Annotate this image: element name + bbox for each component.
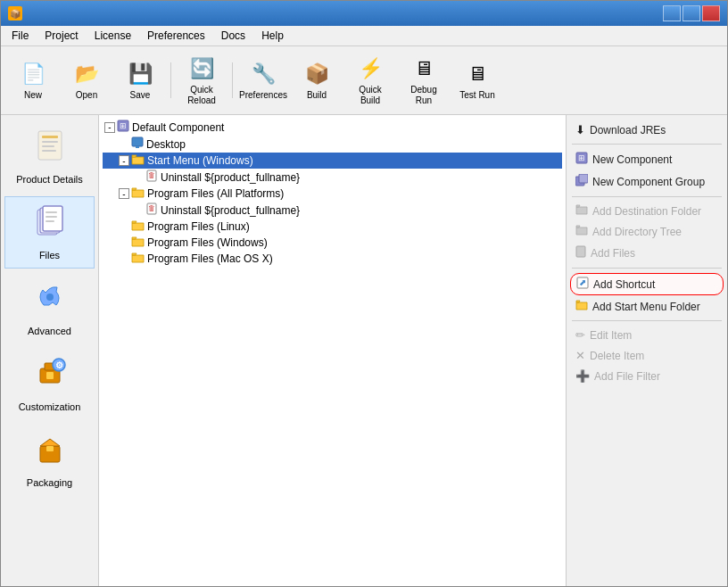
action-add-destination-folder: Add Destination Folder <box>570 202 724 220</box>
svg-rect-10 <box>46 220 54 222</box>
toolbar-separator <box>232 62 233 98</box>
packaging-label: Packaging <box>27 477 72 488</box>
svg-rect-23 <box>136 146 139 148</box>
tree-toggle-default-component[interactable]: - <box>104 122 115 133</box>
test-run-icon: 🖥 <box>463 60 492 88</box>
toolbar: 📄New📂Open💾Save🔄Quick Reload🔧Preferences📦… <box>1 46 727 115</box>
action-add-shortcut[interactable]: ⬈Add Shortcut <box>570 273 724 295</box>
tree-node-program-files-windows[interactable]: Program Files (Windows) <box>103 235 562 251</box>
open-icon: 📂 <box>72 60 101 88</box>
toolbar-btn-new[interactable]: 📄New <box>8 55 58 105</box>
action-label-add-destination-folder: Add Destination Folder <box>592 205 701 218</box>
action-icon-add-start-menu-folder <box>575 300 588 313</box>
advanced-icon <box>33 280 67 322</box>
svg-point-11 <box>46 294 54 301</box>
menu-item-help[interactable]: Help <box>254 28 291 44</box>
tree-toggle-program-files-all[interactable]: - <box>119 188 129 199</box>
svg-marker-18 <box>40 439 60 446</box>
menu-bar: FileProjectLicensePreferencesDocsHelp <box>1 26 727 46</box>
action-icon-delete-item: ✕ <box>575 349 585 362</box>
tree-toggle-start-menu-windows[interactable]: - <box>119 155 129 166</box>
tree-node-start-menu-windows[interactable]: -Start Menu (Windows) <box>103 153 562 169</box>
tree-icon-program-files-mac <box>131 252 145 266</box>
tree-icon-uninstall-start: 🗑 <box>145 169 158 185</box>
svg-rect-4 <box>42 150 56 152</box>
tree-node-program-files-mac[interactable]: Program Files (Mac OS X) <box>103 251 562 267</box>
main-content: Product Details Files Advanced ⚙ Customi… <box>1 115 727 586</box>
tree-node-program-files-all[interactable]: -Program Files (All Platforms) <box>103 186 562 202</box>
debug-run-icon: 🖥 <box>410 54 438 83</box>
svg-rect-14 <box>46 372 54 379</box>
minimize-button[interactable] <box>663 5 681 21</box>
svg-text:⚙: ⚙ <box>54 360 62 370</box>
menu-item-project[interactable]: Project <box>37 28 85 44</box>
menu-item-file[interactable]: File <box>4 28 36 44</box>
tree-node-default-component[interactable]: -⊞Default Component <box>103 119 562 136</box>
sidebar-item-advanced[interactable]: Advanced <box>4 272 95 344</box>
tree-label-uninstall-start: Uninstall ${product_fullname} <box>161 171 300 184</box>
action-icon-download-jres: ⬇ <box>575 123 585 136</box>
tree-label-uninstall-pf: Uninstall ${product_fullname} <box>161 204 300 217</box>
tree-panel[interactable]: -⊞Default ComponentDesktop-Start Menu (W… <box>99 115 567 586</box>
open-label: Open <box>76 90 97 101</box>
main-window: 📦 FileProjectLicensePreferencesDocsHelp … <box>0 0 728 587</box>
svg-text:⊞: ⊞ <box>120 121 127 130</box>
action-add-start-menu-folder[interactable]: Add Start Menu Folder <box>570 297 724 316</box>
customization-icon: ⚙ <box>33 356 67 398</box>
sidebar-item-customization[interactable]: ⚙ Customization <box>4 348 95 420</box>
action-add-directory-tree: Add Directory Tree <box>570 222 724 241</box>
action-icon-new-component: ⊞ <box>575 152 588 167</box>
toolbar-btn-debug-run[interactable]: 🖥Debug Run <box>399 50 449 111</box>
packaging-icon <box>33 432 67 474</box>
toolbar-btn-build[interactable]: 📦Build <box>292 55 342 105</box>
sidebar-item-packaging[interactable]: Packaging <box>4 424 95 496</box>
action-download-jres[interactable]: ⬇Download JREs <box>570 120 724 139</box>
toolbar-btn-save[interactable]: 💾Save <box>115 55 165 105</box>
tree-node-uninstall-pf[interactable]: 🗑Uninstall ${product_fullname} <box>103 202 562 219</box>
tree-icon-desktop <box>131 136 144 152</box>
action-label-add-shortcut: Add Shortcut <box>593 278 655 291</box>
action-icon-add-directory-tree <box>575 225 588 238</box>
action-new-component[interactable]: ⊞New Component <box>570 149 724 169</box>
svg-rect-2 <box>42 141 58 143</box>
close-button[interactable] <box>702 5 720 21</box>
tree-node-program-files-linux[interactable]: Program Files (Linux) <box>103 219 562 235</box>
tree-label-desktop: Desktop <box>146 138 186 151</box>
toolbar-btn-preferences[interactable]: 🔧Preferences <box>238 55 288 105</box>
action-label-add-files: Add Files <box>591 247 635 260</box>
test-run-label: Test Run <box>459 90 494 101</box>
action-new-component-group[interactable]: New Component Group <box>570 171 724 192</box>
menu-item-docs[interactable]: Docs <box>214 28 252 44</box>
tree-node-desktop[interactable]: Desktop <box>103 136 562 153</box>
build-icon: 📦 <box>302 60 331 88</box>
preferences-label: Preferences <box>239 90 287 101</box>
maximize-button[interactable] <box>682 5 700 21</box>
action-label-add-start-menu-folder: Add Start Menu Folder <box>592 301 700 313</box>
right-panel: ⬇Download JREs⊞New ComponentNew Componen… <box>567 115 727 586</box>
customization-label: Customization <box>19 401 81 412</box>
quick-build-icon: ⚡ <box>356 54 385 83</box>
menu-item-license[interactable]: License <box>87 28 138 44</box>
svg-text:🗑: 🗑 <box>148 204 155 212</box>
action-icon-add-file-filter: ➕ <box>575 369 590 383</box>
save-label: Save <box>130 90 151 101</box>
action-separator <box>572 196 722 197</box>
tree-node-uninstall-start[interactable]: 🗑Uninstall ${product_fullname} <box>103 169 562 186</box>
action-icon-add-files <box>575 245 586 260</box>
toolbar-btn-quick-reload[interactable]: 🔄Quick Reload <box>177 50 227 111</box>
toolbar-btn-test-run[interactable]: 🖥Test Run <box>452 55 502 105</box>
quick-build-label: Quick Build <box>348 85 393 106</box>
action-delete-item: ✕Delete Item <box>570 346 724 365</box>
sidebar: Product Details Files Advanced ⚙ Customi… <box>1 115 99 586</box>
toolbar-btn-open[interactable]: 📂Open <box>62 55 112 105</box>
svg-rect-3 <box>42 145 54 147</box>
svg-rect-9 <box>46 216 57 218</box>
sidebar-item-product-details[interactable]: Product Details <box>4 120 95 193</box>
sidebar-item-files[interactable]: Files <box>4 196 95 269</box>
action-label-edit-item: Edit Item <box>590 329 632 342</box>
action-edit-item: ✏Edit Item <box>570 326 724 344</box>
menu-item-preferences[interactable]: Preferences <box>140 28 212 44</box>
svg-rect-19 <box>46 446 54 451</box>
svg-rect-1 <box>42 136 58 138</box>
toolbar-btn-quick-build[interactable]: ⚡Quick Build <box>345 50 395 111</box>
